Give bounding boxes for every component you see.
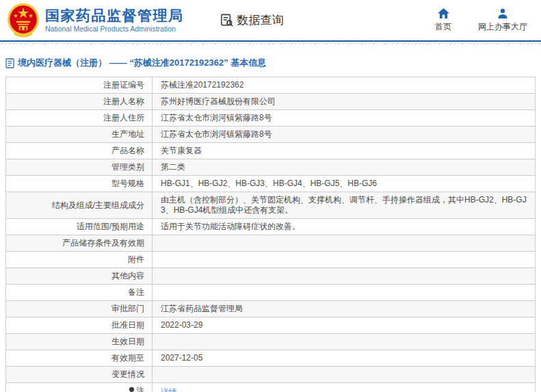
doc-search-icon (220, 13, 234, 27)
table-row: 产品名称 关节康复器 (6, 143, 536, 159)
row-value: 由主机（含控制部分）、关节固定机构、支撑机构、调节杆、手持操作器组成，其中HB-… (153, 192, 536, 219)
bulb-icon (129, 387, 135, 392)
row-label: 型号规格 (111, 179, 144, 189)
row-value: 2027-12-05 (153, 350, 536, 367)
table-row: 注 详情 (6, 383, 536, 392)
table-row: 生效日期 (6, 334, 536, 350)
row-label: 生产地址 (111, 129, 144, 140)
data-query-tab[interactable]: 数据查询 (220, 12, 284, 28)
table-row: 审批部门 江苏省药品监督管理局 (6, 301, 536, 317)
table-row: 附件 (6, 252, 536, 268)
row-label: 变更情况 (111, 369, 144, 380)
org-name-en: National Medical Products Administration (45, 24, 184, 34)
row-value (153, 268, 536, 285)
table-row: 注册人住所 江苏省太仓市浏河镇紫藤路8号 (6, 110, 536, 127)
row-label: 审批部门 (111, 304, 144, 314)
brand: 国家药品监督管理局 National Medical Products Admi… (7, 3, 184, 38)
page-title: 境内医疗器械（注册） —— “苏械注准20172192362” 基本信息 (5, 57, 536, 69)
table-row: 生产地址 江苏省太仓市浏河镇紫藤路8号 (6, 127, 536, 143)
brand-titles: 国家药品监督管理局 National Medical Products Admi… (45, 7, 184, 34)
row-value: 关节康复器 (153, 143, 536, 159)
hatch-divider (0, 42, 541, 45)
row-value (153, 367, 536, 383)
row-value (153, 252, 536, 268)
row-value (153, 235, 536, 252)
row-label: 注册证编号 (103, 80, 144, 90)
home-icon (438, 8, 449, 18)
row-value (153, 285, 536, 301)
table-row: 注册人名称 苏州好博医疗器械股份有限公司 (6, 94, 536, 110)
table-row: 备注 (6, 285, 536, 301)
row-label: 产品名称 (111, 146, 144, 156)
info-table-body: 注册证编号 苏械注准20172192362 注册人名称 苏州好博医疗器械股份有限… (6, 77, 536, 392)
row-label: 生效日期 (111, 337, 144, 347)
nav-item-home-label: 首页 (435, 21, 451, 33)
row-label: 批准日期 (111, 320, 144, 330)
row-value (153, 334, 536, 350)
registration-info-table: 注册证编号 苏械注准20172192362 注册人名称 苏州好博医疗器械股份有限… (5, 77, 536, 392)
row-value: 江苏省太仓市浏河镇紫藤路8号 (153, 127, 536, 143)
row-label: 其他内容 (111, 271, 144, 281)
table-row: 批准日期 2022-03-29 (6, 317, 536, 334)
header: 国家药品监督管理局 National Medical Products Admi… (0, 0, 541, 42)
row-label: 注册人名称 (103, 96, 144, 107)
row-value: 第二类 (153, 159, 536, 176)
row-label: 管理类别 (111, 162, 144, 172)
top-nav: 首页 网上办事大厅 (432, 8, 531, 33)
row-label: 产品储存条件及有效期 (62, 238, 144, 248)
row-label: 结构及组成/主要组成成分 (52, 200, 144, 211)
table-row: 注册证编号 苏械注准20172192362 (6, 77, 536, 94)
org-name-zh: 国家药品监督管理局 (45, 7, 184, 24)
nav-item-online-hall[interactable]: 网上办事大厅 (478, 8, 527, 33)
row-value: 苏械注准20172192362 (153, 77, 536, 94)
row-label: 备注 (128, 287, 144, 298)
table-row: 管理类别 第二类 (6, 159, 536, 176)
row-value: HB-GJ1、HB-GJ2、HB-GJ3、HB-GJ4、HB-GJ5、HB-GJ… (153, 176, 536, 192)
data-query-label: 数据查询 (237, 12, 284, 28)
national-emblem-icon (7, 3, 40, 38)
row-label: 附件 (128, 254, 144, 265)
row-value: 江苏省太仓市浏河镇紫藤路8号 (153, 110, 536, 127)
page-title-text: 境内医疗器械（注册） —— “苏械注准20172192362” 基本信息 (18, 57, 266, 69)
table-row: 有效期至 2027-12-05 (6, 350, 536, 367)
row-label: 注 (136, 386, 144, 392)
row-value: 详情 (153, 383, 536, 392)
table-row: 型号规格 HB-GJ1、HB-GJ2、HB-GJ3、HB-GJ4、HB-GJ5、… (6, 176, 536, 192)
row-value: 苏州好博医疗器械股份有限公司 (153, 94, 536, 110)
table-row: 变更情况 (6, 367, 536, 383)
table-row: 产品储存条件及有效期 (6, 235, 536, 252)
user-icon (497, 8, 508, 18)
detail-link[interactable]: 详情 (161, 387, 177, 392)
nav-item-home[interactable]: 首页 (432, 8, 455, 33)
table-row: 其他内容 (6, 268, 536, 285)
row-label: 注册人住所 (103, 113, 144, 123)
row-value: 2022-03-29 (153, 317, 536, 334)
row-value: 适用于关节功能活动障碍症状的改善。 (153, 219, 536, 235)
row-value: 江苏省药品监督管理局 (153, 301, 536, 317)
table-row: 适用范围/预期用途 适用于关节功能活动障碍症状的改善。 (6, 219, 536, 235)
table-row: 结构及组成/主要组成成分 由主机（含控制部分）、关节固定机构、支撑机构、调节杆、… (6, 192, 536, 219)
nav-item-online-hall-label: 网上办事大厅 (478, 21, 527, 33)
document-icon (5, 58, 14, 68)
row-label: 有效期至 (111, 353, 144, 363)
row-label: 适用范围/预期用途 (77, 222, 144, 232)
